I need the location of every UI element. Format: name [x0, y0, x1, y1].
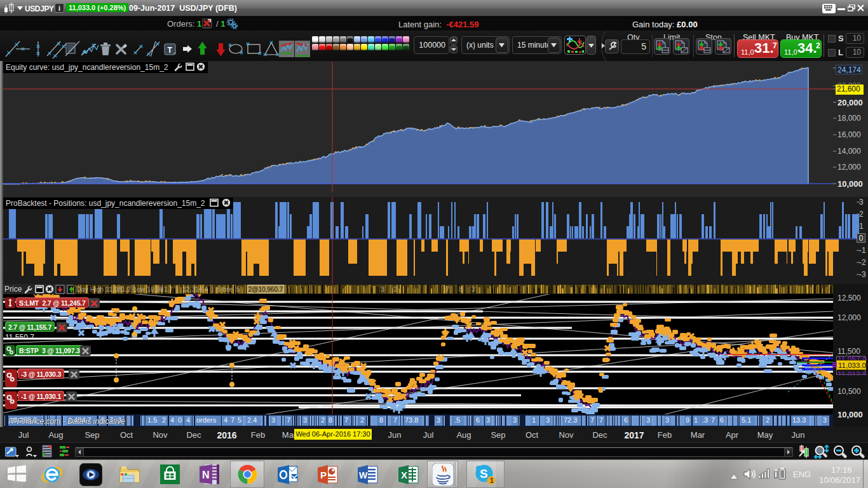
svg-text:N: N	[202, 470, 210, 480]
svg-text:1: 1	[490, 477, 494, 484]
svg-text:S: S	[480, 467, 488, 480]
svg-text:P: P	[320, 470, 327, 480]
svg-text:X: X	[401, 470, 407, 480]
svg-text:W: W	[359, 470, 368, 480]
svg-text:T: T	[168, 46, 173, 55]
